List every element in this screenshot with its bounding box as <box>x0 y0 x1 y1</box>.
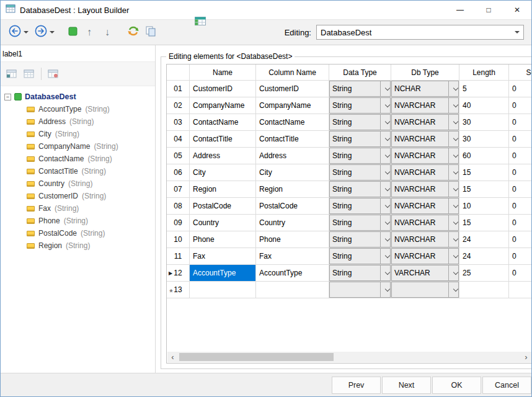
scale-cell[interactable]: 0 <box>509 148 531 164</box>
move-up-button[interactable]: ↑ <box>82 25 97 39</box>
dropdown-button[interactable] <box>448 265 459 281</box>
dropdown-button[interactable] <box>380 97 391 114</box>
column-name-cell[interactable]: Address <box>256 148 329 164</box>
dropdown-button[interactable] <box>448 81 459 97</box>
tree-item-customerid[interactable]: CustomerID(String) <box>4 190 153 202</box>
dropdown-button[interactable] <box>380 131 391 147</box>
minimize-button[interactable]: — <box>446 1 474 19</box>
length-cell[interactable]: 30 <box>459 114 509 131</box>
tree-item-contacttitle[interactable]: ContactTitle(String) <box>4 165 153 177</box>
close-button[interactable]: ✕ <box>503 1 531 19</box>
scale-cell[interactable]: 0 <box>509 181 531 198</box>
db-type-combobox[interactable]: NVARCHAR <box>391 131 459 148</box>
dropdown-button[interactable] <box>448 131 459 147</box>
db-type-combobox[interactable]: NVARCHAR <box>391 148 459 164</box>
column-name-cell[interactable]: AccountType <box>256 265 329 282</box>
length-cell[interactable]: 15 <box>459 164 509 181</box>
tree-item-region[interactable]: Region(String) <box>4 239 153 252</box>
corner-header-cell[interactable] <box>167 65 190 81</box>
dropdown-button[interactable] <box>448 148 459 164</box>
column-header-column-name[interactable]: Column Name <box>256 65 329 81</box>
name-cell[interactable]: CustomerID <box>190 81 256 97</box>
name-cell[interactable]: Region <box>190 181 256 198</box>
data-type-combobox[interactable]: String <box>329 248 391 265</box>
tree-root-databasedest[interactable]: − DatabaseDest <box>4 92 153 101</box>
refresh-button[interactable] <box>126 24 141 41</box>
column-header-db-type[interactable]: Db Type <box>391 65 459 81</box>
tree-item-companyname[interactable]: CompanyName(String) <box>4 140 153 153</box>
editing-combobox[interactable]: DatabaseDest <box>316 25 524 40</box>
dropdown-button[interactable] <box>448 114 459 130</box>
column-name-cell[interactable]: ContactName <box>256 114 329 131</box>
row-header-cell[interactable]: 03 <box>167 114 190 131</box>
scroll-left-icon[interactable]: ‹ <box>167 352 178 362</box>
dropdown-button[interactable] <box>380 148 391 164</box>
tree-item-accounttype[interactable]: AccountType(String) <box>4 103 153 115</box>
row-header-cell[interactable]: 11 <box>167 248 190 265</box>
row-header-cell[interactable]: 06 <box>167 164 190 181</box>
column-name-cell[interactable] <box>256 282 329 298</box>
length-cell[interactable]: 5 <box>459 81 509 97</box>
name-cell[interactable]: ContactName <box>190 114 256 131</box>
data-type-combobox[interactable]: String <box>329 231 391 248</box>
scale-cell[interactable]: 0 <box>509 81 531 97</box>
remove-element-button[interactable] <box>48 69 59 79</box>
tree-item-phone[interactable]: Phone(String) <box>4 215 153 227</box>
dropdown-button[interactable] <box>380 81 391 97</box>
data-type-combobox[interactable]: String <box>329 148 391 164</box>
scale-cell[interactable]: 0 <box>509 215 531 231</box>
scale-cell[interactable]: 0 <box>509 164 531 181</box>
column-header-scale[interactable]: Sc <box>509 65 531 81</box>
name-cell[interactable]: PostalCode <box>190 198 256 215</box>
column-name-cell[interactable]: Region <box>256 181 329 198</box>
name-cell[interactable]: Fax <box>190 248 256 265</box>
column-name-cell[interactable]: CustomerID <box>256 81 329 97</box>
column-name-cell[interactable]: Fax <box>256 248 329 265</box>
data-type-combobox[interactable]: String <box>329 164 391 181</box>
dropdown-button[interactable] <box>448 215 459 231</box>
data-type-combobox[interactable]: String <box>329 215 391 231</box>
collapse-icon[interactable]: − <box>4 94 11 100</box>
tree-item-fax[interactable]: Fax(String) <box>4 202 153 215</box>
row-header-cell[interactable]: *13 <box>167 282 190 298</box>
maximize-button[interactable]: □ <box>474 1 503 19</box>
name-cell[interactable]: Phone <box>190 231 256 248</box>
length-cell[interactable]: 60 <box>459 148 509 164</box>
scale-cell[interactable]: 0 <box>509 198 531 215</box>
length-cell[interactable] <box>459 282 509 298</box>
name-cell[interactable]: ContactTitle <box>190 131 256 148</box>
dropdown-button[interactable] <box>380 181 391 197</box>
forward-dropdown-caret-icon[interactable] <box>50 31 55 33</box>
name-cell[interactable]: Country <box>190 215 256 231</box>
length-cell[interactable]: 15 <box>459 215 509 231</box>
scale-cell[interactable]: 0 <box>509 97 531 114</box>
length-cell[interactable]: 10 <box>459 198 509 215</box>
dropdown-button[interactable] <box>380 215 391 231</box>
dropdown-button[interactable] <box>380 164 391 181</box>
component-button[interactable] <box>67 25 79 40</box>
column-name-cell[interactable]: CompanyName <box>256 97 329 114</box>
row-header-cell[interactable]: 01 <box>167 81 190 97</box>
column-name-cell[interactable]: ContactTitle <box>256 131 329 148</box>
row-header-cell[interactable]: 10 <box>167 231 190 248</box>
dropdown-button[interactable] <box>448 164 459 181</box>
name-cell[interactable]: City <box>190 164 256 181</box>
dropdown-button[interactable] <box>380 265 391 281</box>
name-cell[interactable]: CompanyName <box>190 97 256 114</box>
row-header-cell[interactable]: 05 <box>167 148 190 164</box>
length-cell[interactable]: 30 <box>459 131 509 148</box>
dropdown-button[interactable] <box>448 282 459 298</box>
db-type-combobox[interactable]: NVARCHAR <box>391 164 459 181</box>
row-header-cell[interactable]: 07 <box>167 181 190 198</box>
row-header-cell[interactable]: 09 <box>167 215 190 231</box>
add-container-button[interactable] <box>24 69 35 79</box>
row-header-cell[interactable]: 04 <box>167 131 190 148</box>
data-type-combobox[interactable]: String <box>329 265 391 282</box>
db-type-combobox[interactable]: NVARCHAR <box>391 114 459 131</box>
db-type-combobox[interactable]: VARCHAR <box>391 265 459 282</box>
length-cell[interactable]: 24 <box>459 231 509 248</box>
dropdown-button[interactable] <box>380 114 391 130</box>
forward-button[interactable] <box>33 23 56 42</box>
dropdown-button[interactable] <box>448 97 459 114</box>
dropdown-button[interactable] <box>380 198 391 214</box>
